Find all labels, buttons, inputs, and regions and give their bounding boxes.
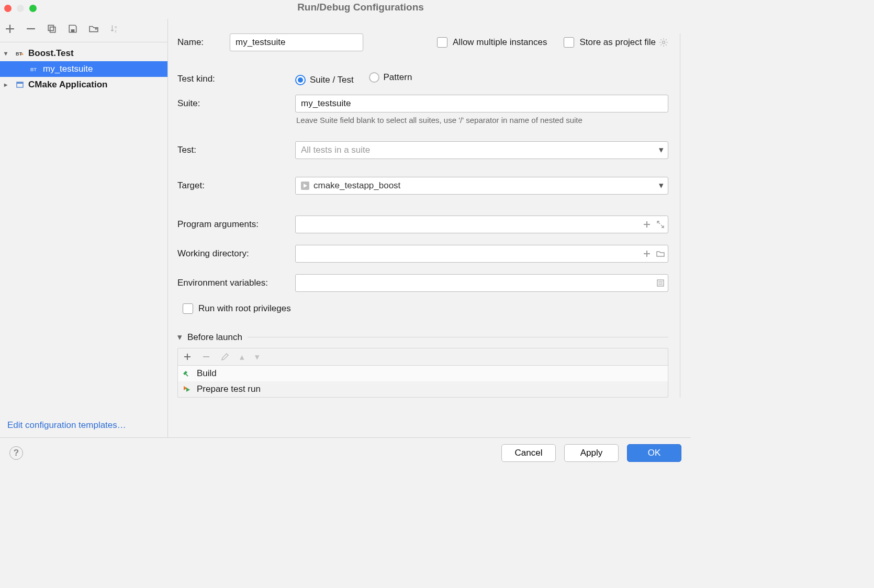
radio-off-icon [369,72,379,83]
svg-text:z: z [115,29,117,33]
remove-icon[interactable] [25,23,37,35]
run-with-root-checkbox[interactable]: Run with root privileges [183,303,291,314]
move-down-icon: ▾ [255,352,260,363]
window-zoom-icon[interactable] [29,5,37,12]
store-as-project-file-checkbox[interactable]: Store as project file [564,37,656,48]
folder-add-icon[interactable] [88,23,99,35]
task-label: Build [197,368,217,379]
edit-configuration-templates-link[interactable]: Edit configuration templates… [7,420,126,430]
boost-test-icon: BT [15,49,25,58]
before-launch-label: Before launch [187,332,242,343]
cmake-app-icon [15,81,25,89]
gear-icon[interactable] [659,38,668,47]
svg-rect-13 [203,356,209,357]
plus-icon[interactable] [643,250,651,258]
target-dropdown[interactable]: cmake_testapp_boost ▾ [295,177,668,195]
before-launch-panel: ▴ ▾ Build Prepare test run [177,348,668,398]
tree-label: Boost.Test [28,48,74,59]
checkbox-icon [183,303,193,314]
test-kind-label: Test kind: [177,74,295,84]
checkbox-label: Run with root privileges [198,303,291,314]
divider [248,337,668,337]
svg-marker-16 [186,388,190,392]
expand-icon[interactable] [656,220,665,229]
plus-icon[interactable] [643,220,651,229]
svg-text:BT: BT [30,67,37,72]
radio-on-icon [295,75,306,85]
tree-label: CMake Application [28,80,107,90]
boost-test-icon: BT [29,65,40,73]
svg-marker-11 [304,184,307,188]
folder-icon[interactable] [656,250,665,258]
test-label: Test: [177,145,295,155]
chevron-right-icon: ▸ [4,81,12,88]
tree-label: my_testsuite [43,64,93,74]
ok-button[interactable]: OK [627,444,681,462]
before-launch-task-prepare-test-run[interactable]: Prepare test run [178,381,668,397]
environment-variables-label: Environment variables: [177,278,295,288]
suite-input[interactable] [295,95,668,112]
working-directory-input[interactable] [295,245,668,263]
svg-rect-2 [50,27,55,32]
run-debug-configurations-dialog: Run/Debug Configurations [0,0,691,468]
checkbox-icon [564,37,574,48]
add-icon[interactable] [183,353,192,361]
svg-rect-9 [17,82,23,84]
add-icon[interactable] [4,23,16,35]
working-directory-label: Working directory: [177,248,295,259]
program-arguments-input[interactable] [295,216,668,233]
help-icon[interactable]: ? [9,446,23,460]
sidebar-toolbar: az [0,19,167,42]
checkbox-label: Store as project file [579,37,656,48]
test-kind-suite-test-radio[interactable]: Suite / Test [295,75,354,85]
chevron-down-icon: ▾ [4,50,12,57]
window-close-icon[interactable] [4,5,12,12]
dropdown-value: cmake_testapp_boost [313,177,400,195]
target-label: Target: [177,180,295,191]
copy-icon[interactable] [46,23,58,35]
radio-label: Pattern [384,72,412,83]
hammer-icon [181,369,192,378]
window-minimize-icon [17,5,24,12]
suite-label: Suite: [177,98,295,109]
window-title: Run/Debug Configurations [37,0,685,20]
target-icon [301,182,309,190]
chevron-down-icon: ▾ [659,141,664,159]
tree-node-boost-test[interactable]: ▾ BT Boost.Test [0,46,167,61]
tree-node-my-testsuite[interactable]: BT my_testsuite [0,61,167,77]
environment-variables-input[interactable] [295,274,668,292]
svg-rect-14 [185,374,188,377]
before-launch-task-build[interactable]: Build [178,366,668,381]
chevron-down-icon: ▾ [659,177,664,195]
checkbox-icon [437,37,447,48]
test-kind-pattern-radio[interactable]: Pattern [369,72,412,83]
svg-rect-1 [48,25,53,30]
chevron-down-icon[interactable]: ▾ [177,332,182,343]
name-label: Name: [177,37,230,48]
sidebar: az ▾ BT Boost.Test BT my_testsuite [0,19,168,438]
checkbox-label: Allow multiple instances [453,37,547,48]
tree-node-cmake-application[interactable]: ▸ CMake Application [0,77,167,93]
name-input[interactable] [230,33,363,51]
svg-point-10 [663,41,665,44]
save-icon[interactable] [67,23,79,35]
edit-icon [221,353,229,361]
task-label: Prepare test run [197,384,261,394]
svg-rect-0 [27,28,35,29]
dropdown-value: All tests in a suite [301,141,370,159]
program-arguments-label: Program arguments: [177,219,295,230]
run-flag-icon [181,385,192,393]
apply-button[interactable]: Apply [564,444,619,462]
radio-label: Suite / Test [310,75,354,85]
window-controls [4,5,37,12]
cancel-button[interactable]: Cancel [501,444,556,462]
dialog-footer: ? Cancel Apply OK [0,437,691,468]
sort-icon: az [109,23,120,35]
before-launch-toolbar: ▴ ▾ [178,348,668,366]
remove-icon [202,353,210,361]
config-tree: ▾ BT Boost.Test BT my_testsuite ▸ [0,42,167,415]
allow-multiple-checkbox[interactable]: Allow multiple instances [437,37,547,48]
test-dropdown[interactable]: All tests in a suite ▾ [295,141,668,159]
suite-hint: Leave Suite field blank to select all su… [296,116,667,125]
list-icon[interactable] [656,279,665,287]
